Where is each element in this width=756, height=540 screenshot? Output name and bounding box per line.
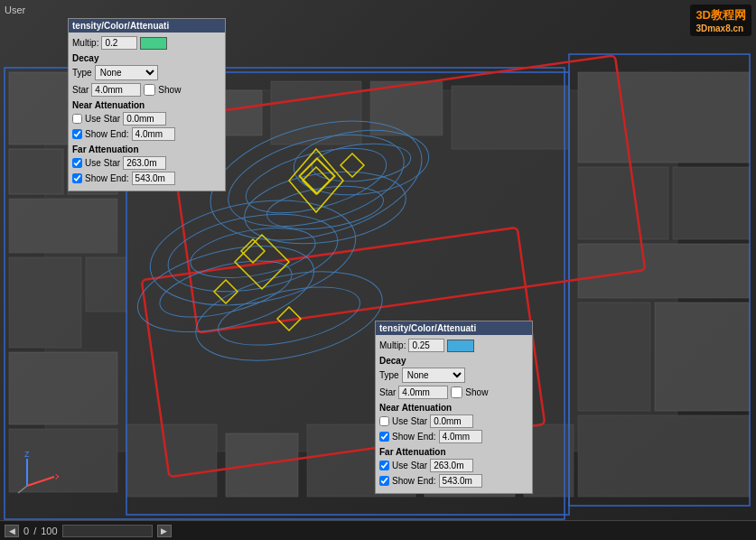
progress-total: 100: [41, 526, 57, 536]
user-label: User: [5, 5, 25, 15]
svg-text:Z: Z: [24, 450, 30, 459]
panel2-far-star-label: Star: [411, 461, 427, 470]
panel1-title: tensity/Color/Attenuati: [69, 19, 225, 33]
panel1-far-use-checkbox[interactable]: [72, 158, 82, 168]
panel1-star-input[interactable]: [91, 83, 141, 97]
panel2-far-show-checkbox[interactable]: [379, 476, 389, 486]
panel2-near-show-label: Show: [392, 432, 415, 442]
panel2-type-label: Type: [379, 370, 399, 380]
panel1-far-use-label: Use: [85, 158, 101, 168]
panel2-multip-label: Multip:: [379, 340, 406, 350]
panel1-near-show-checkbox[interactable]: [72, 129, 82, 139]
panel2-near-atten-label: Near Attenuation: [379, 403, 452, 413]
panel2-title: tensity/Color/Attenuati: [376, 321, 532, 335]
svg-text:X: X: [55, 472, 59, 481]
panel1-type-select[interactable]: None Inverse Inverse Square: [95, 65, 158, 80]
svg-line-55: [27, 477, 54, 486]
panel1-decay-label: Decay: [72, 53, 98, 63]
panel1-far-show-checkbox[interactable]: [72, 173, 82, 183]
panel2-decay-label: Decay: [379, 356, 406, 366]
progress-current: 0: [23, 526, 29, 536]
panel2-near-star-label: Star: [411, 416, 427, 426]
progress-separator: /: [33, 526, 36, 536]
panel1-near-atten-label: Near Attenuation: [72, 100, 145, 110]
panel2-far-show-label: Show: [392, 476, 415, 486]
panel2: tensity/Color/Attenuati Multip: Decay Ty…: [375, 321, 533, 494]
panel2-color-swatch[interactable]: [447, 340, 474, 352]
panel2-far-use-checkbox[interactable]: [379, 461, 389, 470]
panel1-near-use-label: Use: [85, 114, 101, 124]
panel2-near-use-checkbox[interactable]: [379, 416, 389, 426]
panel1-near-use-checkbox[interactable]: [72, 114, 82, 124]
panel2-far-atten-label: Far Attenuation: [379, 447, 446, 457]
panel2-near-end-input[interactable]: [439, 430, 482, 443]
panel2-near-use-label: Use: [392, 416, 408, 426]
watermark-sub: 3Dmax8.cn: [695, 23, 746, 33]
panel1-star-label: Star: [72, 85, 89, 95]
panel1-near-end-label: End:: [110, 129, 129, 139]
panel1-far-end-label: End:: [110, 173, 129, 183]
panel2-far-star-input[interactable]: [430, 459, 473, 472]
panel2-far-end-input[interactable]: [439, 474, 482, 488]
panel2-type-select[interactable]: None Inverse Inverse Square: [402, 368, 465, 383]
panel1-near-end-input[interactable]: [132, 127, 175, 141]
progress-nav-left[interactable]: ◀: [5, 525, 19, 537]
panel2-near-end-label: End:: [417, 432, 436, 442]
panel1: tensity/Color/Attenuati Multip: Decay Ty…: [68, 18, 226, 191]
panel1-far-end-input[interactable]: [132, 172, 175, 185]
watermark: 3D教程网 3Dmax8.cn: [690, 5, 751, 36]
panel1-far-star-input[interactable]: [123, 156, 166, 170]
panel2-multip-input[interactable]: [408, 339, 444, 352]
panel1-near-star-input[interactable]: [123, 112, 166, 126]
panel2-show-checkbox[interactable]: [451, 386, 462, 398]
progress-track: [62, 525, 153, 537]
panel2-star-label: Star: [379, 387, 396, 397]
panel1-show-checkbox[interactable]: [144, 84, 155, 96]
panel2-show-label: Show: [465, 387, 488, 397]
panel1-multip-label: Multip:: [72, 38, 98, 48]
panel2-far-end-label: End:: [417, 476, 436, 486]
panel1-far-atten-label: Far Attenuation: [72, 144, 139, 154]
panel1-color-swatch[interactable]: [140, 37, 167, 50]
panel2-near-show-checkbox[interactable]: [379, 432, 389, 442]
progress-nav-right[interactable]: ▶: [157, 525, 172, 537]
svg-line-57: [18, 486, 27, 493]
panel1-near-show-label: Show: [85, 129, 107, 139]
axes-indicator: Z X: [14, 450, 59, 495]
viewport: User 3D教程网 3Dmax8.cn tensity/Color/Atten…: [0, 0, 756, 540]
panel2-near-star-input[interactable]: [430, 414, 473, 428]
panel1-show-label: Show: [158, 85, 181, 95]
watermark-text: 3D教程网: [695, 7, 746, 23]
progress-bar: ◀ 0 / 100 ▶: [0, 520, 756, 540]
panel1-far-show-label: Show: [85, 173, 107, 183]
panel1-type-label: Type: [72, 68, 92, 78]
panel1-multip-input[interactable]: [101, 36, 137, 50]
panel1-near-star-label: Star: [104, 114, 120, 124]
panel2-far-use-label: Use: [392, 461, 408, 470]
panel1-far-star-label: Star: [104, 158, 120, 168]
panel2-star-input[interactable]: [398, 386, 448, 399]
